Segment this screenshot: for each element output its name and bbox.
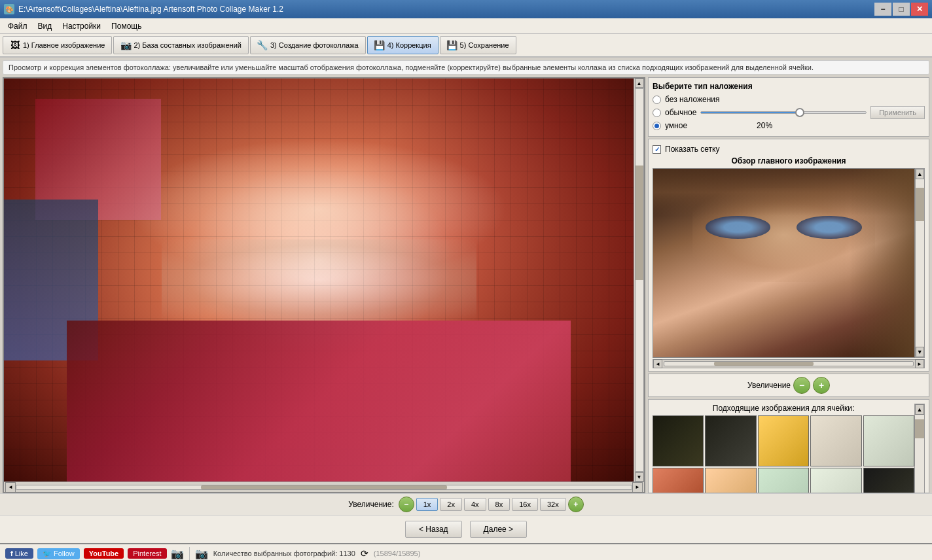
step1-button[interactable]: 🖼 1) Главное изображение <box>3 36 112 54</box>
overview-hscroll-right[interactable]: ► <box>915 359 924 368</box>
zoom-plus-button[interactable]: + <box>813 377 830 394</box>
toolbar: 🖼 1) Главное изображение 📷 2) База соста… <box>0 34 932 58</box>
suitable-vscroll-up[interactable]: ▲ <box>915 404 924 415</box>
title-bar: 🎨 E:\Artensoft\Collages\Aleftina\Aleftin… <box>0 0 932 18</box>
zoom-minus-button[interactable]: − <box>793 377 810 394</box>
pinterest-button[interactable]: Pinterest <box>128 548 166 559</box>
thumb-10[interactable] <box>863 468 914 493</box>
collage-image <box>4 79 634 481</box>
overview-hscroll-thumb[interactable] <box>714 362 814 366</box>
collage-hscroll-left[interactable]: ◄ <box>5 482 16 493</box>
menu-bar: Файл Вид Настройки Помощь <box>0 18 932 34</box>
zoom-2x-button[interactable]: 2x <box>440 498 462 511</box>
next-button[interactable]: Далее > <box>470 521 528 538</box>
overlay-slider[interactable] <box>700 111 867 114</box>
show-grid-label: Показать сетку <box>665 145 720 154</box>
thumb-8[interactable] <box>758 468 809 493</box>
maximize-button[interactable]: □ <box>893 3 910 16</box>
overlay-normal-radio[interactable] <box>653 109 661 117</box>
step4-button[interactable]: 💾 4) Коррекция <box>367 36 439 54</box>
collage-hscroll-right[interactable]: ► <box>632 482 643 493</box>
collage-hscroll-thumb[interactable] <box>201 485 447 489</box>
overview-vscroll-thumb[interactable] <box>916 188 924 221</box>
overview-vscroll-track[interactable] <box>916 179 924 347</box>
facebook-button[interactable]: f Like <box>5 548 33 559</box>
show-grid-checkbox[interactable]: ✓ <box>653 145 661 154</box>
minimize-button[interactable]: − <box>874 3 891 16</box>
collage-vscrollbar[interactable]: ▲ ▼ <box>634 79 644 481</box>
thumb-2[interactable] <box>705 415 756 466</box>
zoom-8x-button[interactable]: 8x <box>488 498 511 511</box>
youtube-button[interactable]: YouTube <box>84 548 124 559</box>
info-text: Просмотр и коррекция элементов фотоколла… <box>9 63 814 71</box>
step4-icon: 💾 <box>374 40 385 50</box>
thumb-3[interactable] <box>758 415 809 466</box>
zoom-buttons-label: Увеличение: <box>348 500 393 509</box>
overview-title: Обзор главного изображения <box>653 156 925 166</box>
overview-vscroll-down[interactable]: ▼ <box>916 347 924 357</box>
zoom-4x-button[interactable]: 4x <box>464 498 486 511</box>
menu-help[interactable]: Помощь <box>106 20 147 32</box>
thumb-9[interactable] <box>810 468 861 493</box>
zoom-1x-button[interactable]: 1x <box>416 498 439 511</box>
collage-vscroll-track[interactable] <box>635 88 644 472</box>
overview-hscroll-left[interactable]: ◄ <box>653 359 662 368</box>
menu-settings[interactable]: Настройки <box>57 20 106 32</box>
collage-vscroll-up[interactable]: ▲ <box>635 79 644 88</box>
overlay-none-radio[interactable] <box>653 96 661 104</box>
bottom-controls: < Назад Далее > <box>0 515 932 543</box>
overview-vscrollbar[interactable]: ▲ ▼ <box>915 168 925 358</box>
suitable-vscroll-track[interactable] <box>915 415 924 493</box>
overlay-smart-radio[interactable] <box>653 122 661 130</box>
apply-button[interactable]: Применить <box>870 106 925 119</box>
thumb-1[interactable] <box>653 415 704 466</box>
menu-view[interactable]: Вид <box>33 20 58 32</box>
close-button[interactable]: ✕ <box>911 3 928 16</box>
step4-label: 4) Коррекция <box>387 41 431 49</box>
overview-hscrollbar[interactable]: ◄ ► <box>653 359 925 368</box>
overview-vscroll-up[interactable]: ▲ <box>916 169 924 179</box>
step3-button[interactable]: 🔧 3) Создание фотоколлажа <box>250 36 366 54</box>
overlay-normal-row: обычное Применить <box>653 106 925 119</box>
zoom-16x-button[interactable]: 16x <box>512 498 538 511</box>
overlay-slider-thumb[interactable] <box>795 108 804 117</box>
collage-hscrollbar[interactable]: ◄ ► <box>4 481 644 492</box>
info-bar: Просмотр и коррекция элементов фотоколла… <box>3 60 929 75</box>
twitter-button[interactable]: 🐦 Follow <box>37 548 80 559</box>
thumb-6[interactable] <box>653 468 704 493</box>
thumb-5[interactable] <box>863 415 914 466</box>
collage-hscroll-track[interactable] <box>16 485 632 490</box>
step5-icon: 💾 <box>447 40 457 50</box>
zoom-32x-button[interactable]: 32x <box>540 498 566 511</box>
zoom-controls: Увеличение − + <box>648 374 929 397</box>
step2-button[interactable]: 📷 2) База составных изображений <box>113 36 248 54</box>
overview-hscroll-track[interactable] <box>664 361 914 366</box>
step2-icon: 📷 <box>120 40 131 50</box>
overview-image <box>653 169 914 357</box>
progress-text: (15894/15895) <box>374 550 421 557</box>
zoom-decrease-button[interactable]: − <box>399 497 414 512</box>
step5-button[interactable]: 💾 5) Сохранение <box>440 36 516 54</box>
instagram-button[interactable]: 📷 <box>171 548 184 560</box>
thumb-7[interactable] <box>705 468 756 493</box>
collage-vscroll-thumb[interactable] <box>636 166 643 280</box>
back-button[interactable]: < Назад <box>405 521 462 538</box>
zoom-increase-button[interactable]: + <box>568 497 584 512</box>
status-bar: f Like 🐦 Follow YouTube Pinterest 📷 📷 Ко… <box>0 543 932 560</box>
suitable-vscrollbar[interactable]: ▲ ▼ <box>914 404 925 493</box>
collage-viewport[interactable] <box>4 79 634 481</box>
menu-file[interactable]: Файл <box>3 20 33 32</box>
suitable-vscroll-thumb[interactable] <box>915 419 924 438</box>
step3-label: 3) Создание фотоколлажа <box>270 41 359 49</box>
collage-panel: ▲ ▼ ◄ ► <box>3 77 645 493</box>
overlay-none-label: без наложения <box>665 95 720 104</box>
collage-vscroll-down[interactable]: ▼ <box>635 472 644 481</box>
suitable-content: Подходящие изображения для ячейки: <box>653 404 914 493</box>
main-content: ▲ ▼ ◄ ► Выберите тип наложения без налож… <box>0 77 932 493</box>
thumb-4[interactable] <box>810 415 861 466</box>
overlay-panel: Выберите тип наложения без наложения обы… <box>648 77 929 137</box>
step2-label: 2) База составных изображений <box>134 41 241 49</box>
right-panel: Выберите тип наложения без наложения обы… <box>648 77 929 493</box>
overview-viewport[interactable] <box>653 168 915 358</box>
overlay-none-row: без наложения <box>653 95 925 104</box>
